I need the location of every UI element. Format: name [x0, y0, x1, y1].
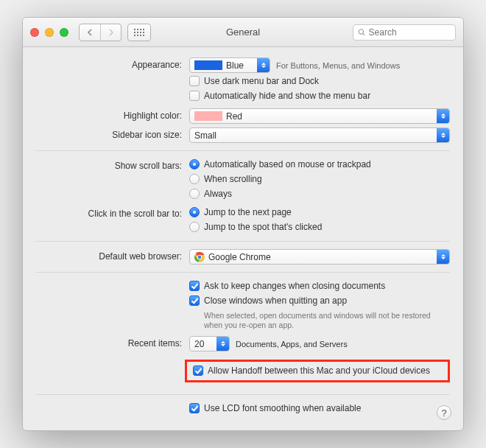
sidebar-size-select[interactable]: Small — [189, 127, 450, 143]
dark-menu-checkbox[interactable]: Use dark menu bar and Dock — [189, 75, 450, 88]
autohide-menu-checkbox[interactable]: Automatically hide and show the menu bar — [189, 90, 450, 102]
chevron-updown-icon — [437, 109, 449, 123]
scroll-always-radio[interactable]: Always — [189, 188, 450, 200]
appearance-select[interactable]: Blue — [189, 57, 270, 73]
svg-rect-4 — [134, 32, 135, 33]
titlebar: General — [23, 18, 463, 47]
divider — [36, 241, 450, 242]
appearance-hint: For Buttons, Menus, and Windows — [276, 61, 400, 70]
chevron-updown-icon — [216, 337, 229, 351]
minimize-window-button[interactable] — [45, 28, 54, 37]
sidebar-size-value: Small — [194, 130, 216, 141]
recent-items-label: Recent items: — [36, 336, 189, 349]
svg-rect-11 — [143, 35, 144, 36]
close-windows-checkbox[interactable]: Close windows when quitting an app — [189, 295, 450, 307]
svg-rect-10 — [140, 35, 141, 36]
chevron-updown-icon — [257, 58, 270, 72]
search-field[interactable] — [353, 24, 456, 41]
appearance-value: Blue — [226, 60, 244, 71]
highlight-label: Highlight color: — [36, 108, 189, 121]
nav-back-forward — [79, 24, 122, 41]
svg-rect-8 — [134, 35, 135, 36]
ask-changes-checkbox[interactable]: Ask to keep changes when closing documen… — [189, 280, 450, 293]
search-icon — [358, 28, 366, 37]
highlight-annotation: Allow Handoff between this Mac and your … — [185, 360, 450, 382]
click-next-radio[interactable]: Jump to the next page — [189, 206, 450, 219]
browser-label: Default web browser: — [36, 249, 189, 262]
appearance-label: Appearance: — [36, 57, 189, 70]
close-window-button[interactable] — [30, 28, 39, 37]
back-button[interactable] — [80, 24, 100, 41]
svg-rect-6 — [140, 32, 141, 33]
scroll-when-radio[interactable]: When scrolling — [189, 173, 450, 186]
scroll-auto-radio[interactable]: Automatically based on mouse or trackpad — [189, 158, 450, 171]
svg-rect-0 — [134, 29, 135, 30]
highlight-color-select[interactable]: Red — [189, 108, 450, 124]
divider — [36, 150, 450, 151]
svg-rect-5 — [137, 32, 138, 33]
recent-items-suffix: Documents, Apps, and Servers — [236, 340, 348, 349]
handoff-checkbox[interactable]: Allow Handoff between this Mac and your … — [193, 365, 442, 377]
chevron-updown-icon — [437, 128, 449, 142]
highlight-value: Red — [226, 111, 242, 122]
red-swatch-icon — [194, 111, 222, 121]
scrollbars-label: Show scroll bars: — [36, 158, 189, 171]
search-input[interactable] — [369, 27, 451, 38]
svg-rect-9 — [137, 35, 138, 36]
svg-rect-3 — [143, 29, 144, 30]
lcd-font-smoothing-checkbox[interactable]: Use LCD font smoothing when available — [189, 402, 450, 415]
forward-button[interactable] — [100, 24, 121, 41]
svg-rect-7 — [143, 32, 144, 33]
svg-point-14 — [198, 255, 201, 258]
svg-rect-1 — [137, 29, 138, 30]
default-browser-select[interactable]: Google Chrome — [189, 249, 450, 265]
chevron-updown-icon — [437, 250, 449, 264]
blue-swatch-icon — [194, 60, 222, 70]
sidebar-size-label: Sidebar icon size: — [36, 127, 189, 140]
recent-items-value: 20 — [194, 339, 204, 349]
click-spot-radio[interactable]: Jump to the spot that's clicked — [189, 221, 450, 234]
divider — [36, 394, 450, 395]
zoom-window-button[interactable] — [60, 28, 68, 37]
browser-value: Google Chrome — [208, 252, 271, 262]
content-area: Appearance: Blue For Buttons, Menus, and… — [23, 47, 463, 430]
help-button[interactable]: ? — [437, 405, 451, 420]
svg-rect-2 — [140, 29, 141, 30]
general-preferences-window: General Appearance: Blue For Buttons, Me… — [22, 17, 464, 431]
close-windows-hint: When selected, open documents and window… — [204, 311, 440, 330]
recent-items-select[interactable]: 20 — [189, 336, 230, 351]
show-all-button[interactable] — [127, 24, 151, 41]
chrome-icon — [194, 252, 205, 262]
clickbar-label: Click in the scroll bar to: — [36, 206, 189, 219]
divider — [36, 272, 450, 273]
window-controls — [30, 28, 68, 37]
